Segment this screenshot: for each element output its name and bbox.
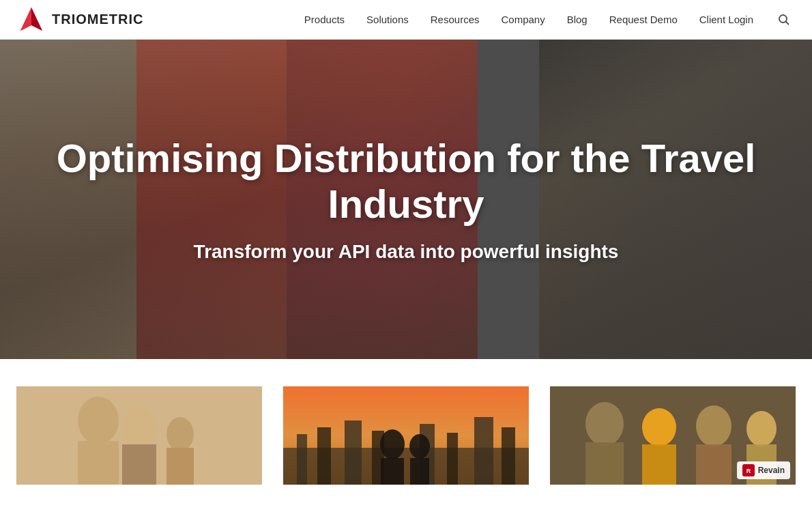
svg-line-4 xyxy=(786,21,789,25)
svg-rect-15 xyxy=(297,434,307,485)
card-meeting[interactable]: R Revain xyxy=(550,386,796,485)
svg-rect-12 xyxy=(16,386,262,485)
logo-link[interactable]: TRIOMETRIC xyxy=(16,5,143,35)
nav-item-blog[interactable]: Blog xyxy=(556,0,598,40)
cards-section: R Revain xyxy=(0,359,812,485)
nav-item-client-login[interactable]: Client Login xyxy=(688,0,764,40)
svg-rect-26 xyxy=(410,458,429,485)
card-family[interactable] xyxy=(16,386,262,485)
svg-marker-2 xyxy=(20,8,31,31)
revain-badge[interactable]: R Revain xyxy=(737,461,790,479)
nav-item-request-demo[interactable]: Request Demo xyxy=(598,0,688,40)
nav-item-company[interactable]: Company xyxy=(490,0,555,40)
nav-link-blog[interactable]: Blog xyxy=(556,0,598,40)
search-button[interactable] xyxy=(772,14,796,26)
nav-item-products[interactable]: Products xyxy=(293,0,356,40)
svg-rect-22 xyxy=(502,427,515,485)
svg-rect-24 xyxy=(381,458,404,485)
triometric-logo-icon xyxy=(16,5,46,35)
nav-link-resources[interactable]: Resources xyxy=(420,0,491,40)
nav-link-client-login[interactable]: Client Login xyxy=(688,0,764,40)
card-family-image xyxy=(16,386,262,485)
search-icon xyxy=(778,14,790,26)
svg-point-23 xyxy=(380,429,405,459)
svg-rect-16 xyxy=(317,427,331,485)
brand-name: TRIOMETRIC xyxy=(52,12,143,27)
nav-item-solutions[interactable]: Solutions xyxy=(356,0,420,40)
nav-link-products[interactable]: Products xyxy=(293,0,356,40)
card-sunset[interactable] xyxy=(283,386,529,485)
svg-text:R: R xyxy=(746,468,751,474)
svg-rect-20 xyxy=(447,433,458,485)
revain-logo-icon: R xyxy=(742,464,755,476)
hero-section: Optimising Distribution for the Travel I… xyxy=(0,40,812,359)
revain-label: Revain xyxy=(758,466,785,475)
svg-point-25 xyxy=(409,434,430,459)
navbar: TRIOMETRIC Products Solutions Resources … xyxy=(0,0,812,40)
hero-title: Optimising Distribution for the Travel I… xyxy=(41,136,771,227)
nav-link-company[interactable]: Company xyxy=(490,0,555,40)
nav-item-resources[interactable]: Resources xyxy=(420,0,491,40)
nav-link-request-demo[interactable]: Request Demo xyxy=(598,0,688,40)
svg-rect-21 xyxy=(474,417,493,485)
svg-point-3 xyxy=(779,15,787,23)
nav-link-solutions[interactable]: Solutions xyxy=(356,0,420,40)
svg-rect-17 xyxy=(345,420,362,485)
nav-links: Products Solutions Resources Company Blo… xyxy=(293,0,764,40)
card-sunset-image xyxy=(283,386,529,485)
hero-content: Optimising Distribution for the Travel I… xyxy=(0,40,812,359)
hero-subtitle: Transform your API data into powerful in… xyxy=(194,241,619,263)
svg-marker-1 xyxy=(31,8,42,31)
